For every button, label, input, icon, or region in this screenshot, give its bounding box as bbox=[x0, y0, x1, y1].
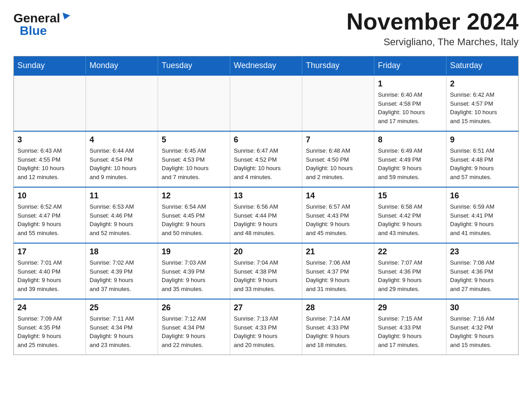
calendar-cell: 2Sunrise: 6:42 AM Sunset: 4:57 PM Daylig… bbox=[446, 75, 519, 131]
logo-arrow-icon bbox=[61, 13, 70, 21]
day-number: 29 bbox=[378, 303, 442, 313]
day-number: 1 bbox=[378, 79, 442, 89]
day-info: Sunrise: 6:59 AM Sunset: 4:41 PM Dayligh… bbox=[450, 202, 515, 237]
calendar-cell: 23Sunrise: 7:08 AM Sunset: 4:36 PM Dayli… bbox=[446, 243, 519, 299]
day-info: Sunrise: 6:43 AM Sunset: 4:55 PM Dayligh… bbox=[17, 146, 82, 181]
calendar-cell: 26Sunrise: 7:12 AM Sunset: 4:34 PM Dayli… bbox=[158, 299, 230, 355]
col-header-sunday: Sunday bbox=[14, 56, 86, 76]
day-number: 12 bbox=[162, 191, 226, 201]
calendar-cell: 12Sunrise: 6:54 AM Sunset: 4:45 PM Dayli… bbox=[158, 187, 230, 243]
calendar-cell: 4Sunrise: 6:44 AM Sunset: 4:54 PM Daylig… bbox=[86, 131, 158, 187]
day-number: 17 bbox=[17, 247, 82, 257]
day-info: Sunrise: 6:53 AM Sunset: 4:46 PM Dayligh… bbox=[90, 202, 154, 237]
calendar-cell: 14Sunrise: 6:57 AM Sunset: 4:43 PM Dayli… bbox=[302, 187, 374, 243]
col-header-tuesday: Tuesday bbox=[158, 56, 230, 76]
day-info: Sunrise: 7:02 AM Sunset: 4:39 PM Dayligh… bbox=[90, 258, 154, 293]
col-header-friday: Friday bbox=[374, 56, 446, 76]
day-info: Sunrise: 6:48 AM Sunset: 4:50 PM Dayligh… bbox=[306, 146, 370, 181]
calendar-cell: 28Sunrise: 7:14 AM Sunset: 4:33 PM Dayli… bbox=[302, 299, 374, 355]
col-header-saturday: Saturday bbox=[446, 56, 519, 76]
day-number: 24 bbox=[17, 303, 82, 313]
day-number: 14 bbox=[306, 191, 370, 201]
calendar-cell bbox=[14, 75, 86, 131]
day-number: 6 bbox=[234, 135, 298, 145]
calendar-cell: 5Sunrise: 6:45 AM Sunset: 4:53 PM Daylig… bbox=[158, 131, 230, 187]
day-info: Sunrise: 6:57 AM Sunset: 4:43 PM Dayligh… bbox=[306, 202, 370, 237]
day-number: 4 bbox=[90, 135, 154, 145]
day-info: Sunrise: 7:15 AM Sunset: 4:33 PM Dayligh… bbox=[378, 314, 442, 349]
day-number: 2 bbox=[450, 79, 515, 89]
day-number: 3 bbox=[17, 135, 82, 145]
day-info: Sunrise: 6:45 AM Sunset: 4:53 PM Dayligh… bbox=[162, 146, 226, 181]
calendar-table: SundayMondayTuesdayWednesdayThursdayFrid… bbox=[13, 56, 519, 355]
calendar-week-row: 10Sunrise: 6:52 AM Sunset: 4:47 PM Dayli… bbox=[14, 187, 519, 243]
day-info: Sunrise: 6:40 AM Sunset: 4:58 PM Dayligh… bbox=[378, 90, 442, 125]
day-info: Sunrise: 7:09 AM Sunset: 4:35 PM Dayligh… bbox=[17, 314, 82, 349]
day-info: Sunrise: 6:47 AM Sunset: 4:52 PM Dayligh… bbox=[234, 146, 298, 181]
day-number: 25 bbox=[90, 303, 154, 313]
col-header-thursday: Thursday bbox=[302, 56, 374, 76]
page-title: November 2024 bbox=[347, 9, 519, 34]
logo: General Blue bbox=[13, 9, 69, 38]
day-number: 19 bbox=[162, 247, 226, 257]
col-header-wednesday: Wednesday bbox=[230, 56, 302, 76]
calendar-cell: 6Sunrise: 6:47 AM Sunset: 4:52 PM Daylig… bbox=[230, 131, 302, 187]
calendar-cell bbox=[230, 75, 302, 131]
day-info: Sunrise: 6:51 AM Sunset: 4:48 PM Dayligh… bbox=[450, 146, 515, 181]
calendar-cell: 18Sunrise: 7:02 AM Sunset: 4:39 PM Dayli… bbox=[86, 243, 158, 299]
day-info: Sunrise: 7:12 AM Sunset: 4:34 PM Dayligh… bbox=[162, 314, 226, 349]
day-number: 18 bbox=[90, 247, 154, 257]
day-number: 20 bbox=[234, 247, 298, 257]
day-info: Sunrise: 6:58 AM Sunset: 4:42 PM Dayligh… bbox=[378, 202, 442, 237]
day-number: 30 bbox=[450, 303, 515, 313]
day-number: 26 bbox=[162, 303, 226, 313]
logo-blue: Blue bbox=[20, 24, 47, 38]
day-info: Sunrise: 6:44 AM Sunset: 4:54 PM Dayligh… bbox=[90, 146, 154, 181]
calendar-cell: 27Sunrise: 7:13 AM Sunset: 4:33 PM Dayli… bbox=[230, 299, 302, 355]
page-header: General Blue November 2024 Servigliano, … bbox=[13, 9, 519, 48]
day-number: 5 bbox=[162, 135, 226, 145]
day-info: Sunrise: 7:04 AM Sunset: 4:38 PM Dayligh… bbox=[234, 258, 298, 293]
day-number: 23 bbox=[450, 247, 515, 257]
day-info: Sunrise: 6:49 AM Sunset: 4:49 PM Dayligh… bbox=[378, 146, 442, 181]
calendar-cell: 8Sunrise: 6:49 AM Sunset: 4:49 PM Daylig… bbox=[374, 131, 446, 187]
day-number: 8 bbox=[378, 135, 442, 145]
day-info: Sunrise: 7:03 AM Sunset: 4:39 PM Dayligh… bbox=[162, 258, 226, 293]
day-number: 21 bbox=[306, 247, 370, 257]
calendar-cell: 16Sunrise: 6:59 AM Sunset: 4:41 PM Dayli… bbox=[446, 187, 519, 243]
logo-general: General bbox=[13, 11, 60, 25]
day-number: 13 bbox=[234, 191, 298, 201]
calendar-header-row: SundayMondayTuesdayWednesdayThursdayFrid… bbox=[14, 56, 519, 76]
calendar-cell: 21Sunrise: 7:06 AM Sunset: 4:37 PM Dayli… bbox=[302, 243, 374, 299]
day-number: 10 bbox=[17, 191, 82, 201]
day-info: Sunrise: 7:14 AM Sunset: 4:33 PM Dayligh… bbox=[306, 314, 370, 349]
calendar-cell: 9Sunrise: 6:51 AM Sunset: 4:48 PM Daylig… bbox=[446, 131, 519, 187]
day-number: 16 bbox=[450, 191, 515, 201]
day-number: 27 bbox=[234, 303, 298, 313]
day-info: Sunrise: 7:11 AM Sunset: 4:34 PM Dayligh… bbox=[90, 314, 154, 349]
calendar-cell: 3Sunrise: 6:43 AM Sunset: 4:55 PM Daylig… bbox=[14, 131, 86, 187]
day-info: Sunrise: 6:56 AM Sunset: 4:44 PM Dayligh… bbox=[234, 202, 298, 237]
day-info: Sunrise: 7:16 AM Sunset: 4:32 PM Dayligh… bbox=[450, 314, 515, 349]
day-info: Sunrise: 6:54 AM Sunset: 4:45 PM Dayligh… bbox=[162, 202, 226, 237]
calendar-cell: 20Sunrise: 7:04 AM Sunset: 4:38 PM Dayli… bbox=[230, 243, 302, 299]
calendar-cell bbox=[158, 75, 230, 131]
calendar-week-row: 1Sunrise: 6:40 AM Sunset: 4:58 PM Daylig… bbox=[14, 75, 519, 131]
day-info: Sunrise: 7:13 AM Sunset: 4:33 PM Dayligh… bbox=[234, 314, 298, 349]
calendar-cell: 10Sunrise: 6:52 AM Sunset: 4:47 PM Dayli… bbox=[14, 187, 86, 243]
calendar-cell: 11Sunrise: 6:53 AM Sunset: 4:46 PM Dayli… bbox=[86, 187, 158, 243]
day-number: 28 bbox=[306, 303, 370, 313]
calendar-cell: 22Sunrise: 7:07 AM Sunset: 4:36 PM Dayli… bbox=[374, 243, 446, 299]
calendar-cell: 19Sunrise: 7:03 AM Sunset: 4:39 PM Dayli… bbox=[158, 243, 230, 299]
calendar-cell: 25Sunrise: 7:11 AM Sunset: 4:34 PM Dayli… bbox=[86, 299, 158, 355]
calendar-week-row: 17Sunrise: 7:01 AM Sunset: 4:40 PM Dayli… bbox=[14, 243, 519, 299]
title-area: November 2024 Servigliano, The Marches, … bbox=[347, 9, 519, 48]
calendar-cell: 15Sunrise: 6:58 AM Sunset: 4:42 PM Dayli… bbox=[374, 187, 446, 243]
day-info: Sunrise: 6:52 AM Sunset: 4:47 PM Dayligh… bbox=[17, 202, 82, 237]
day-number: 7 bbox=[306, 135, 370, 145]
calendar-cell: 30Sunrise: 7:16 AM Sunset: 4:32 PM Dayli… bbox=[446, 299, 519, 355]
day-info: Sunrise: 7:01 AM Sunset: 4:40 PM Dayligh… bbox=[17, 258, 82, 293]
calendar-week-row: 3Sunrise: 6:43 AM Sunset: 4:55 PM Daylig… bbox=[14, 131, 519, 187]
calendar-week-row: 24Sunrise: 7:09 AM Sunset: 4:35 PM Dayli… bbox=[14, 299, 519, 355]
day-number: 15 bbox=[378, 191, 442, 201]
